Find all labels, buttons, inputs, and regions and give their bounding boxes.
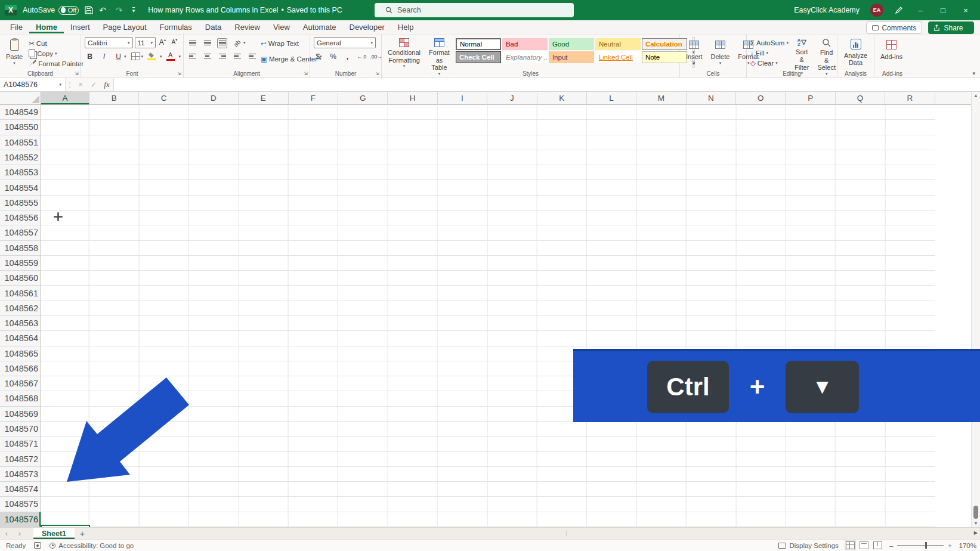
page-break-view-button[interactable] xyxy=(873,541,882,549)
sheet-area[interactable]: ABCDEFGHIJKLMNOPQR 104854910485501048551… xyxy=(0,92,971,527)
insert-function-button[interactable]: fx xyxy=(100,78,113,91)
column-header-a[interactable]: A xyxy=(41,92,89,105)
font-launcher[interactable]: ⇲ xyxy=(177,71,181,76)
row-header-1048573[interactable]: 1048573 xyxy=(0,467,41,482)
column-header-j[interactable]: J xyxy=(487,92,537,105)
accessibility-status[interactable]: Accessibility: Good to go xyxy=(50,542,134,549)
insert-cells-button[interactable]: Insert ▾ xyxy=(684,37,705,68)
addins-button[interactable]: Add-ins xyxy=(878,37,905,68)
close-button[interactable]: × xyxy=(960,6,972,15)
next-sheet-button[interactable]: › xyxy=(13,529,26,538)
column-header-h[interactable]: H xyxy=(388,92,437,105)
column-header-i[interactable]: I xyxy=(438,92,487,105)
top-align-button[interactable] xyxy=(187,38,197,48)
zoom-slider-thumb[interactable] xyxy=(925,542,927,549)
fill-button[interactable]: ↓Fill▾ xyxy=(750,48,789,57)
menu-tab-view[interactable]: View xyxy=(267,21,296,33)
row-header-1048552[interactable]: 1048552 xyxy=(0,150,41,165)
column-header-p[interactable]: P xyxy=(786,92,835,105)
row-header-1048576[interactable]: 1048576 xyxy=(0,512,41,527)
orientation-button[interactable]: ab xyxy=(232,38,242,48)
scroll-down-icon[interactable]: ▼ xyxy=(972,521,980,526)
minimize-button[interactable]: – xyxy=(914,6,926,15)
row-header-1048568[interactable]: 1048568 xyxy=(0,391,41,406)
comments-button[interactable]: Comments xyxy=(866,21,922,34)
comma-style-button[interactable]: , xyxy=(342,51,353,61)
clipboard-launcher[interactable]: ⇲ xyxy=(75,71,79,76)
horizontal-scrollbar[interactable] xyxy=(571,531,969,537)
row-header-1048560[interactable]: 1048560 xyxy=(0,271,41,286)
row-header-1048558[interactable]: 1048558 xyxy=(0,241,41,256)
autosum-button[interactable]: ΣAutoSum▾ xyxy=(750,38,789,47)
row-header-1048569[interactable]: 1048569 xyxy=(0,407,41,422)
accounting-format-button[interactable]: $▾ xyxy=(314,51,324,61)
column-header-g[interactable]: G xyxy=(338,92,388,105)
increase-decimal-button[interactable]: ←.0 xyxy=(357,51,367,61)
row-header-1048563[interactable]: 1048563 xyxy=(0,316,41,331)
format-as-table-button[interactable]: Format as Table ▾ xyxy=(426,37,452,68)
column-header-n[interactable]: N xyxy=(687,92,736,105)
cell-style-input[interactable]: Input xyxy=(549,51,594,63)
active-cell-selection[interactable] xyxy=(41,525,90,527)
select-all-corner[interactable] xyxy=(0,92,41,105)
column-header-o[interactable]: O xyxy=(736,92,786,105)
align-right-button[interactable] xyxy=(217,51,227,61)
vertical-scrollbar[interactable]: ▲ ▼ xyxy=(971,92,980,527)
paste-button[interactable]: Paste ▾ xyxy=(4,37,25,68)
cell-style-bad[interactable]: Bad xyxy=(502,38,548,50)
font-color-button[interactable]: A xyxy=(166,52,175,61)
row-header-1048556[interactable]: 1048556 xyxy=(0,211,41,225)
find-select-button[interactable]: Find & Select ▾ xyxy=(815,37,838,68)
cut-button[interactable]: ✂Cut xyxy=(29,39,84,48)
font-size-select[interactable]: 11▾ xyxy=(135,37,156,48)
number-launcher[interactable]: ⇲ xyxy=(375,71,379,76)
sort-filter-button[interactable]: AZ▽ Sort & Filter ▾ xyxy=(792,37,811,68)
menu-tab-home[interactable]: Home xyxy=(29,21,64,33)
row-header-1048557[interactable]: 1048557 xyxy=(0,225,41,240)
row-header-1048553[interactable]: 1048553 xyxy=(0,165,41,180)
increase-font-button[interactable]: A▴ xyxy=(157,37,168,47)
row-header-1048549[interactable]: 1048549 xyxy=(0,105,41,120)
confirm-entry-button[interactable]: ✓ xyxy=(87,78,100,91)
row-header-1048567[interactable]: 1048567 xyxy=(0,376,41,391)
row-header-1048564[interactable]: 1048564 xyxy=(0,331,41,346)
cell-style-check-cell[interactable]: Check Cell xyxy=(456,51,501,63)
account-name[interactable]: EasyClick Academy xyxy=(794,6,860,14)
bold-button[interactable]: B xyxy=(85,51,95,61)
zoom-in-button[interactable]: + xyxy=(948,542,952,549)
cell-style-neutral[interactable]: Neutral xyxy=(595,38,641,50)
column-header-f[interactable]: F xyxy=(289,92,338,105)
number-format-select[interactable]: General▾ xyxy=(314,37,376,48)
collapse-ribbon-button[interactable]: ▾ xyxy=(972,70,975,76)
row-header-1048574[interactable]: 1048574 xyxy=(0,482,41,497)
row-header-1048572[interactable]: 1048572 xyxy=(0,451,41,466)
tab-scrollbar-splitter[interactable]: ⋮ xyxy=(563,530,570,537)
menu-tab-file[interactable]: File xyxy=(4,21,29,33)
document-title[interactable]: How many Rows and Columns in Excel • Sav… xyxy=(148,6,347,14)
excel-logo-icon[interactable]: X xyxy=(5,5,17,16)
scroll-right-icon[interactable]: ▶ xyxy=(974,530,978,535)
menu-tab-review[interactable]: Review xyxy=(228,21,267,33)
menu-tab-developer[interactable]: Developer xyxy=(343,21,391,33)
percent-style-button[interactable]: % xyxy=(328,51,338,61)
autosave-switch-icon[interactable]: Off xyxy=(58,6,79,15)
maximize-button[interactable]: □ xyxy=(937,6,949,15)
menu-tab-insert[interactable]: Insert xyxy=(64,21,97,33)
undo-button[interactable]: ↶▾ xyxy=(99,6,110,14)
row-header-1048566[interactable]: 1048566 xyxy=(0,361,41,376)
menu-tab-data[interactable]: Data xyxy=(199,21,228,33)
delete-cells-button[interactable]: Delete ▾ xyxy=(709,37,732,68)
column-header-m[interactable]: M xyxy=(636,92,686,105)
cell-grid[interactable] xyxy=(41,105,935,527)
cell-style-good[interactable]: Good xyxy=(549,38,594,50)
cell-style-normal[interactable]: Normal xyxy=(456,38,501,50)
align-center-button[interactable] xyxy=(202,51,212,61)
search-box[interactable]: Search xyxy=(375,3,574,17)
display-settings-button[interactable]: Display Settings xyxy=(778,542,838,549)
avatar[interactable]: EA xyxy=(870,4,883,17)
sheet-tab-sheet1[interactable]: Sheet1 xyxy=(33,528,75,539)
normal-view-button[interactable] xyxy=(846,541,855,549)
fill-color-button[interactable] xyxy=(147,52,156,61)
cell-style-linked-cell[interactable]: Linked Cell xyxy=(595,51,641,63)
column-header-r[interactable]: R xyxy=(885,92,935,105)
